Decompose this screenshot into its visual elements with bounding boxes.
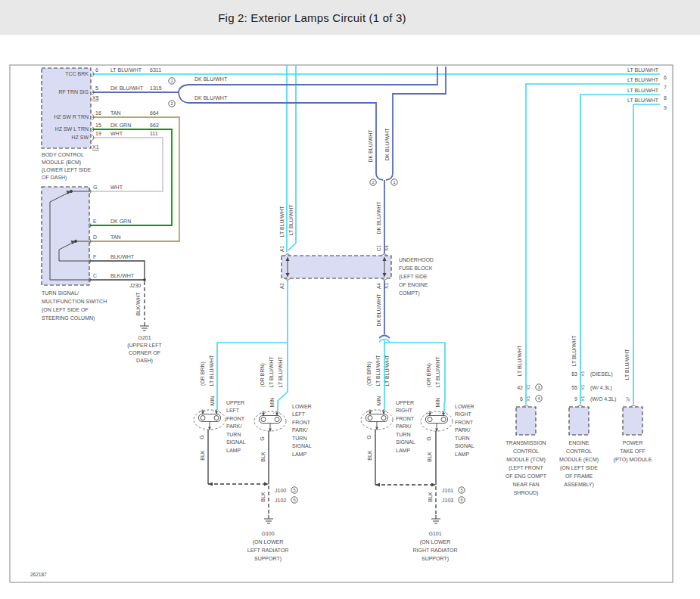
diagram-label: 16 xyxy=(95,110,101,116)
svg-text:6: 6 xyxy=(460,498,462,502)
diagram-label: MULTIFUNCTION SWITCH xyxy=(42,299,107,304)
diagram-label: G xyxy=(260,436,265,440)
diagram-label: BLK xyxy=(427,452,432,462)
fuse-block-name: UNDERHOOD xyxy=(399,257,434,262)
figure-title: Fig 2: Exterior Lamps Circuit (1 of 3) xyxy=(218,11,406,24)
diagram-label: C xyxy=(93,273,97,278)
circuit-diagram: TCC BRKRF TRN SIGHZ SW R TRNHZ SW L TRNH… xyxy=(0,0,700,599)
diagram-label: BLK/WHT xyxy=(135,292,141,316)
diagram-label: BLK xyxy=(260,452,266,462)
lower-right-park-turn-lamp xyxy=(421,411,453,432)
diagram-label: RIGHT xyxy=(396,408,413,413)
diagram-label: FRONT xyxy=(292,420,311,425)
diagram-label: LAMP xyxy=(226,448,241,453)
diagram-label: (DIESEL) xyxy=(590,371,613,377)
diagram-label: 55 xyxy=(571,385,577,390)
diagram-label: 9 xyxy=(664,105,667,110)
diagram-label: 83 xyxy=(571,371,577,377)
bcm-pin-hz-sw: HZ SW xyxy=(71,135,89,140)
diagram-label: LEFT xyxy=(292,411,306,417)
diagram-label: MODULE (BCM) xyxy=(42,160,81,166)
figure-title-bar: Fig 2: Exterior Lamps Circuit (1 of 3) xyxy=(0,0,700,35)
diagram-label: (ON LOWER xyxy=(420,539,450,545)
diagram-label: J230 xyxy=(129,283,141,288)
diagram-label: LT BLU/WHT xyxy=(269,356,274,388)
diagram-label: 6 xyxy=(520,396,523,402)
pto-box xyxy=(623,407,642,435)
diagram-label: PARK/ xyxy=(226,424,242,429)
diagram-label: C1 xyxy=(376,244,381,251)
diagram-label: 37 xyxy=(626,396,630,402)
merge-arc-right xyxy=(386,173,393,180)
diagram-label: DK BLU/WHT xyxy=(376,293,381,327)
diagram-label: SUPPORT) xyxy=(254,556,282,562)
wire-tan-664 xyxy=(90,117,179,241)
diagram-label: 111 xyxy=(150,131,158,136)
diagram-border xyxy=(10,65,673,582)
diagram-label: BLK xyxy=(428,492,433,502)
svg-text:5: 5 xyxy=(460,488,462,492)
ground-g100-symbol xyxy=(264,515,273,523)
diagram-label: LT BLU/WHT xyxy=(278,356,283,388)
circled-ref-4: 4 xyxy=(536,396,542,402)
wire-dk-grn-663 xyxy=(90,129,172,225)
underhood-fuse-block-box xyxy=(282,256,391,278)
diagram-label: (OR BRN) xyxy=(366,362,372,386)
diagram-label: PARK/ xyxy=(455,427,471,433)
diagram-label: CONTROL xyxy=(566,448,592,454)
diagram-label: LAMP xyxy=(455,452,469,457)
svg-text:2: 2 xyxy=(372,180,374,185)
diagram-label: TAKE OFF xyxy=(620,448,646,454)
diagram-label: FRONT xyxy=(396,416,415,421)
ecm-name: ENGINE xyxy=(569,440,590,445)
wire-wht-111 xyxy=(90,138,163,191)
fork-arc-2 xyxy=(179,92,188,103)
bcm-pin-rf-trn-sig: RF TRN SIG xyxy=(58,89,89,95)
diagram-label: A2 xyxy=(279,283,285,289)
diagram-label: OF ENG COMPT xyxy=(506,473,547,479)
diagram-label: WHT xyxy=(110,185,123,190)
diagram-label: BLK xyxy=(260,492,266,502)
diagram-label: BLK/WHT xyxy=(110,254,135,259)
diagram-label: LEFT xyxy=(226,408,240,413)
diagram-label: SIGNAL xyxy=(292,443,312,448)
pin-connectors xyxy=(89,72,636,408)
diagram-label: F xyxy=(93,254,96,259)
diagram-label: (OR BRN) xyxy=(426,363,432,387)
circled-ref-2: 2 xyxy=(370,179,376,185)
diagram-label: X1 xyxy=(580,371,585,377)
wires-dk-blu-wht xyxy=(92,67,446,338)
diagram-label: MIN xyxy=(376,396,381,406)
diagram-label: DK BLU/WHT xyxy=(110,85,144,91)
diagram-label: TURN xyxy=(292,436,306,441)
bcm-pin-hz-sw-r-trn: HZ SW R TRN xyxy=(54,114,89,119)
diagram-label: A4 xyxy=(376,283,381,289)
diagram-label: BLK xyxy=(367,450,372,461)
svg-text:6: 6 xyxy=(293,498,295,502)
diagram-label: G xyxy=(199,435,204,439)
diagram-label: LT BLU/WHT xyxy=(110,67,142,73)
ground-g101: G101 xyxy=(428,531,441,536)
diagram-label: (W/ 4.3L) xyxy=(590,385,612,391)
ground-g201: G201 xyxy=(138,335,151,340)
svg-text:4: 4 xyxy=(537,396,540,401)
circled-ref-5: 5 xyxy=(291,487,297,493)
bcm-name: BODY CONTROL xyxy=(42,152,84,157)
diagram-label: LT BLU/WHT xyxy=(384,355,390,386)
diagram-label: 8 xyxy=(664,95,667,101)
lamp-ll-name: LOWER xyxy=(292,404,312,409)
circled-ref-2: 2 xyxy=(169,101,175,107)
diagram-label: DK GRN xyxy=(110,219,131,224)
upper-left-park-turn-lamp xyxy=(194,410,226,430)
diagram-label: DK BLU/WHT xyxy=(384,128,390,161)
circled-ref-6: 6 xyxy=(291,497,297,503)
diagram-label: NEAR FAN xyxy=(512,482,539,487)
diagram-label: G xyxy=(366,435,372,439)
diagram-label: J101 xyxy=(442,488,453,493)
diagram-label: (W/O 4.3L) xyxy=(590,396,616,402)
lamp-ul-name: UPPER xyxy=(226,400,244,405)
diagram-label: LT BLU/WHT xyxy=(624,349,630,380)
drawing-number: 262187 xyxy=(30,572,47,577)
wire-branch-2 xyxy=(188,103,376,173)
svg-text:1: 1 xyxy=(393,180,395,185)
